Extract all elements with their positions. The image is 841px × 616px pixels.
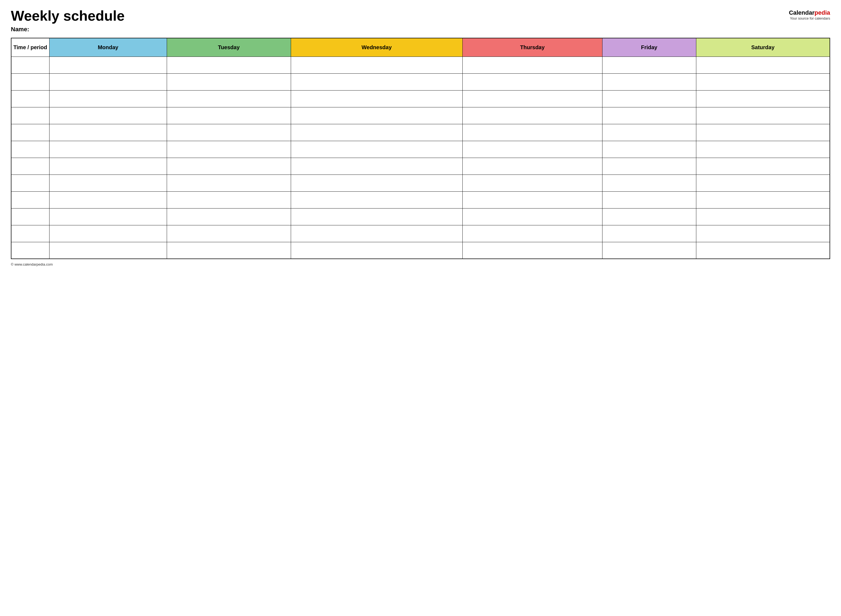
cell-thursday-9[interactable] [462,208,602,225]
cell-monday-4[interactable] [49,124,167,141]
cell-wednesday-4[interactable] [291,124,462,141]
cell-tuesday-9[interactable] [167,208,291,225]
cell-saturday-0[interactable] [696,57,830,73]
cell-saturday-8[interactable] [696,191,830,208]
cell-friday-8[interactable] [602,191,696,208]
cell-friday-5[interactable] [602,141,696,158]
page-title: Weekly schedule [11,8,125,23]
cell-thursday-3[interactable] [462,107,602,124]
table-row [11,57,830,73]
cell-saturday-2[interactable] [696,90,830,107]
cell-thursday-6[interactable] [462,158,602,175]
cell-saturday-1[interactable] [696,73,830,90]
cell-tuesday-8[interactable] [167,191,291,208]
cell-thursday-4[interactable] [462,124,602,141]
cell-monday-10[interactable] [49,225,167,242]
cell-time-5[interactable] [11,141,49,158]
cell-saturday-6[interactable] [696,158,830,175]
cell-wednesday-5[interactable] [291,141,462,158]
cell-friday-10[interactable] [602,225,696,242]
cell-friday-4[interactable] [602,124,696,141]
cell-monday-9[interactable] [49,208,167,225]
cell-friday-9[interactable] [602,208,696,225]
cell-wednesday-7[interactable] [291,175,462,191]
cell-time-2[interactable] [11,90,49,107]
cell-friday-1[interactable] [602,73,696,90]
col-header-saturday: Saturday [696,38,830,57]
cell-wednesday-2[interactable] [291,90,462,107]
cell-time-6[interactable] [11,158,49,175]
cell-saturday-11[interactable] [696,242,830,259]
cell-wednesday-6[interactable] [291,158,462,175]
cell-monday-8[interactable] [49,191,167,208]
cell-monday-2[interactable] [49,90,167,107]
cell-tuesday-2[interactable] [167,90,291,107]
cell-saturday-4[interactable] [696,124,830,141]
cell-saturday-5[interactable] [696,141,830,158]
cell-time-4[interactable] [11,124,49,141]
cell-tuesday-6[interactable] [167,158,291,175]
cell-wednesday-10[interactable] [291,225,462,242]
cell-monday-7[interactable] [49,175,167,191]
cell-saturday-7[interactable] [696,175,830,191]
cell-time-11[interactable] [11,242,49,259]
cell-monday-0[interactable] [49,57,167,73]
cell-tuesday-7[interactable] [167,175,291,191]
cell-thursday-11[interactable] [462,242,602,259]
cell-saturday-3[interactable] [696,107,830,124]
table-row [11,242,830,259]
cell-thursday-1[interactable] [462,73,602,90]
cell-thursday-10[interactable] [462,225,602,242]
cell-monday-3[interactable] [49,107,167,124]
cell-time-1[interactable] [11,73,49,90]
col-header-friday: Friday [602,38,696,57]
cell-friday-2[interactable] [602,90,696,107]
cell-friday-3[interactable] [602,107,696,124]
table-row [11,107,830,124]
table-row [11,208,830,225]
schedule-table: Time / periodMondayTuesdayWednesdayThurs… [11,38,830,259]
cell-time-9[interactable] [11,208,49,225]
cell-saturday-9[interactable] [696,208,830,225]
cell-monday-5[interactable] [49,141,167,158]
cell-time-0[interactable] [11,57,49,73]
cell-tuesday-10[interactable] [167,225,291,242]
col-header-wednesday: Wednesday [291,38,462,57]
cell-wednesday-9[interactable] [291,208,462,225]
cell-time-7[interactable] [11,175,49,191]
table-row [11,141,830,158]
cell-wednesday-11[interactable] [291,242,462,259]
cell-wednesday-3[interactable] [291,107,462,124]
cell-tuesday-4[interactable] [167,124,291,141]
cell-thursday-7[interactable] [462,175,602,191]
cell-tuesday-11[interactable] [167,242,291,259]
cell-tuesday-0[interactable] [167,57,291,73]
cell-wednesday-1[interactable] [291,73,462,90]
cell-friday-11[interactable] [602,242,696,259]
table-row [11,73,830,90]
title-block: Weekly schedule Name: [11,8,125,33]
cell-tuesday-1[interactable] [167,73,291,90]
page-header: Weekly schedule Name: Calendarpedia Your… [11,8,830,33]
cell-tuesday-3[interactable] [167,107,291,124]
cell-time-8[interactable] [11,191,49,208]
cell-thursday-0[interactable] [462,57,602,73]
cell-thursday-5[interactable] [462,141,602,158]
table-row [11,90,830,107]
cell-time-10[interactable] [11,225,49,242]
col-header-tuesday: Tuesday [167,38,291,57]
cell-tuesday-5[interactable] [167,141,291,158]
logo-block: Calendarpedia Your source for calendars [789,9,830,21]
cell-time-3[interactable] [11,107,49,124]
cell-friday-6[interactable] [602,158,696,175]
cell-monday-11[interactable] [49,242,167,259]
cell-saturday-10[interactable] [696,225,830,242]
cell-wednesday-8[interactable] [291,191,462,208]
cell-thursday-8[interactable] [462,191,602,208]
cell-monday-1[interactable] [49,73,167,90]
cell-monday-6[interactable] [49,158,167,175]
cell-friday-7[interactable] [602,175,696,191]
cell-wednesday-0[interactable] [291,57,462,73]
cell-thursday-2[interactable] [462,90,602,107]
cell-friday-0[interactable] [602,57,696,73]
